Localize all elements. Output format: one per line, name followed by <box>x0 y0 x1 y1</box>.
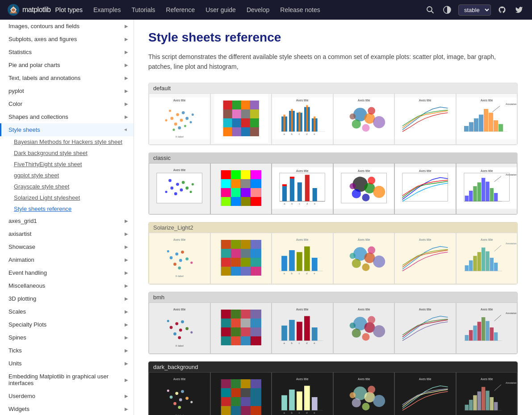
sidebar-item-axesgrid1[interactable]: axes_grid1 ▶ <box>0 214 134 227</box>
sidebar-item-shapes[interactable]: Shapes and collections ▶ <box>0 110 134 123</box>
sidebar-item-animation[interactable]: Animation ▶ <box>0 253 134 266</box>
sidebar-item-stylesheets-label: Style sheets <box>8 126 40 133</box>
sidebar-item-spines-label: Spines <box>8 334 26 341</box>
sidebar-item-subplots[interactable]: Subplots, axes and figures ▶ <box>0 33 134 46</box>
nav-release-notes[interactable]: Release notes <box>276 4 325 15</box>
svg-point-11 <box>174 122 177 126</box>
style-section-classic: classic Axes title <box>148 152 518 215</box>
svg-rect-27 <box>223 109 232 118</box>
sidebar-item-embedding[interactable]: Embedding Matplotlib in graphical user i… <box>0 370 134 390</box>
sidebar-item-ticks[interactable]: Ticks ▶ <box>0 344 134 357</box>
sidebar-item-specialty[interactable]: Specialty Plots ▶ <box>0 318 134 331</box>
sidebar-item-text[interactable]: Text, labels and annotations ▶ <box>0 71 134 84</box>
sidebar-item-axesgrid1-label: axes_grid1 <box>8 218 37 224</box>
nav-examples[interactable]: Examples <box>89 4 125 15</box>
svg-point-231 <box>178 336 181 339</box>
sidebar-item-scales[interactable]: Scales ▶ <box>0 305 134 318</box>
svg-point-299 <box>167 390 169 392</box>
svg-line-3 <box>431 11 434 13</box>
github-button[interactable] <box>496 4 508 16</box>
plot-cell-classic-bar: Axes title a b c d e <box>272 163 333 214</box>
sidebar-item-userdemo[interactable]: Userdemo ▶ <box>0 390 134 402</box>
sidebar-item-3d[interactable]: 3D plotting ▶ <box>0 292 134 305</box>
svg-rect-257 <box>304 316 310 340</box>
svg-rect-121 <box>313 188 317 201</box>
sidebar-item-misc[interactable]: Miscellaneous ▶ <box>0 279 134 292</box>
svg-rect-303 <box>221 379 230 388</box>
plot-cell-bmh-circles: Axes title <box>333 302 395 354</box>
svg-point-233 <box>190 331 193 333</box>
sidebar-item-text-label: Text, labels and annotations <box>8 75 80 81</box>
svg-rect-170 <box>230 240 240 249</box>
svg-point-133 <box>352 189 360 198</box>
svg-rect-35 <box>223 127 232 136</box>
sidebar-item-pie[interactable]: Pie and polar charts ▶ <box>0 59 134 71</box>
svg-rect-77 <box>488 113 493 131</box>
svg-rect-350 <box>477 391 481 410</box>
sidebar-subitem-ggplot[interactable]: ggplot style sheet <box>0 170 134 181</box>
svg-rect-218 <box>486 251 489 271</box>
sidebar-item-showcase[interactable]: Showcase ▶ <box>0 240 134 253</box>
svg-rect-115 <box>282 186 287 201</box>
sidebar-subitem-solarized[interactable]: Solarized Light stylesheet <box>0 192 134 203</box>
version-select[interactable]: stable <box>458 4 491 16</box>
sidebar-subitem-538[interactable]: FiveThirtyEight style sheet <box>0 159 134 170</box>
svg-rect-246 <box>240 327 250 336</box>
svg-text:c: c <box>299 202 300 205</box>
nav-plot-types[interactable]: Plot types <box>50 4 87 15</box>
sidebar-item-widgets[interactable]: Widgets ▶ <box>0 402 134 415</box>
svg-text:Axes title: Axes title <box>419 308 431 311</box>
sidebar-item-embedding-label: Embedding Matplotlib in graphical user i… <box>8 373 125 386</box>
search-button[interactable] <box>424 4 436 16</box>
theme-toggle-button[interactable] <box>441 4 453 16</box>
plot-cell-classic-scatter: Axes title <box>149 163 210 214</box>
sidebar-subitem-dark-bg[interactable]: Dark background style sheet <box>0 147 134 159</box>
sidebar-item-statistics[interactable]: Statistics ▶ <box>0 46 134 59</box>
style-section-solarize: Solarize_Light2 Axes title X-label <box>148 222 518 285</box>
plot-cell-bmh-bar: Axes title a b c d e <box>272 302 333 354</box>
svg-point-87 <box>174 192 177 195</box>
svg-text:Axes title: Axes title <box>173 168 186 172</box>
chevron-embedding: ▶ <box>125 377 128 382</box>
svg-rect-151 <box>486 181 489 201</box>
svg-point-85 <box>176 183 179 186</box>
svg-point-15 <box>169 109 171 112</box>
svg-rect-286 <box>490 327 493 341</box>
nav-reference[interactable]: Reference <box>162 4 200 15</box>
svg-point-298 <box>178 406 181 409</box>
sidebar-item-axisartist[interactable]: axisartist ▶ <box>0 227 134 240</box>
sidebar-item-axisartist-label: axisartist <box>8 231 31 237</box>
svg-text:d: d <box>306 202 308 205</box>
sidebar-item-images[interactable]: Images, contours and fields ▶ <box>0 20 134 33</box>
svg-rect-110 <box>240 197 250 206</box>
logo[interactable]: matplotlib <box>7 4 50 16</box>
twitter-button[interactable] <box>513 4 525 16</box>
sidebar-item-pyplot[interactable]: pyplot ▶ <box>0 84 134 97</box>
sidebar-subitem-grayscale[interactable]: Grayscale style sheet <box>0 181 134 192</box>
svg-rect-311 <box>221 397 230 406</box>
svg-rect-177 <box>221 258 230 267</box>
sidebar-item-events[interactable]: Event handling ▶ <box>0 266 134 279</box>
svg-point-226 <box>175 322 178 325</box>
svg-text:Axes title: Axes title <box>419 377 431 381</box>
nav-develop[interactable]: Develop <box>242 4 274 15</box>
nav-user-guide[interactable]: User guide <box>201 4 240 15</box>
sidebar-subitem-bayesian[interactable]: Bayesian Methods for Hackers style sheet <box>0 136 134 147</box>
plot-row-classic: Axes title <box>149 163 517 214</box>
plot-cell-dark-image <box>210 372 272 415</box>
sidebar-item-spines[interactable]: Spines ▶ <box>0 331 134 344</box>
sidebar-item-subplots-label: Subplots, axes and figures <box>8 36 77 42</box>
svg-rect-250 <box>240 336 250 345</box>
svg-rect-280 <box>465 335 468 341</box>
sidebar-item-color[interactable]: Color ▶ <box>0 97 134 110</box>
svg-rect-180 <box>250 258 261 267</box>
sidebar-item-units[interactable]: Units ▶ <box>0 357 134 370</box>
svg-rect-73 <box>469 122 473 131</box>
sidebar-item-stylesheets[interactable]: Style sheets ▼ <box>0 123 134 136</box>
svg-rect-191 <box>312 258 318 271</box>
nav-links: Plot types Examples Tutorials Reference … <box>50 4 424 15</box>
sidebar-subitem-reference[interactable]: Style sheets reference <box>0 203 134 214</box>
svg-text:Axes title: Axes title <box>296 377 309 381</box>
nav-tutorials[interactable]: Tutorials <box>127 4 159 15</box>
svg-rect-251 <box>250 336 261 345</box>
